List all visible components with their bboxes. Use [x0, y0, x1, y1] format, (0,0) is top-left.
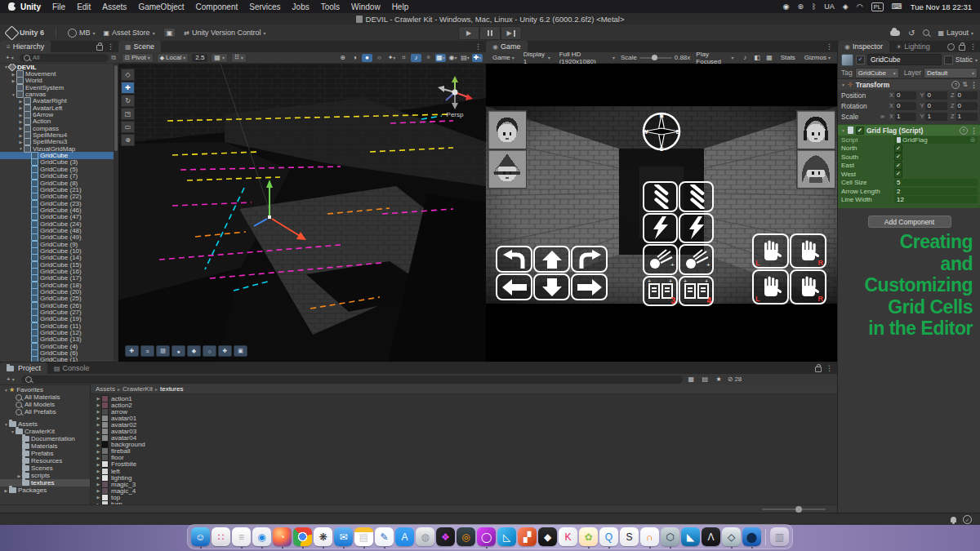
scale-tool[interactable]: ◳ — [121, 108, 135, 120]
component-tools-icon[interactable]: ✚▾ — [472, 54, 483, 62]
foldout-icon[interactable]: ▶ — [18, 99, 24, 104]
bluetooth-icon[interactable]: ᛒ — [812, 2, 816, 11]
foldout-icon[interactable]: ▼ — [11, 92, 16, 97]
foldout-icon[interactable]: ▶ — [96, 475, 101, 480]
file-fireball[interactable]: ▶fireball — [91, 448, 837, 455]
gameobject-name-field[interactable]: GridCube — [867, 54, 942, 65]
dock-shapr-app[interactable]: S — [620, 527, 639, 546]
hand-left-button[interactable]: L — [752, 269, 789, 304]
project-tree-all-models[interactable]: All Models — [0, 401, 90, 408]
move-turn-left-button[interactable] — [496, 246, 532, 273]
avatar-top-left[interactable] — [488, 111, 526, 149]
dock-calculator[interactable]: ∷ — [212, 527, 230, 546]
snap-grid-dropdown[interactable]: ▦▾ — [211, 53, 228, 63]
layer-dropdown[interactable]: Default▾ — [924, 68, 978, 78]
background-task-icon[interactable]: ✓ — [963, 515, 972, 524]
wireframe-icon[interactable]: ○ — [374, 54, 385, 62]
dock-creative-app[interactable]: ✿ — [579, 527, 598, 546]
dock-dark-a-app[interactable]: Λ — [702, 527, 720, 546]
save-search-icon[interactable]: ★ — [714, 375, 724, 384]
dock-text-editor[interactable]: ≡ — [232, 527, 251, 546]
render-mode-icon[interactable]: ⊕ — [337, 54, 348, 62]
open-window-icon[interactable]: ⧉ — [111, 54, 116, 62]
dock-disc-app[interactable]: ⬤ — [742, 527, 761, 546]
foldout-icon[interactable]: ▶ — [96, 415, 101, 420]
file-top[interactable]: ▶top — [91, 494, 837, 500]
tab-game[interactable]: ◉ Game — [486, 41, 528, 52]
file-avatar04[interactable]: ▶avatar04 — [91, 435, 837, 442]
foldout-icon[interactable]: ▼ — [3, 388, 9, 393]
position-y-field[interactable]: 0 — [925, 91, 947, 100]
scale-slider[interactable] — [639, 57, 672, 59]
dock-safari[interactable]: ◉ — [252, 527, 271, 546]
dock-blender[interactable]: ◎ — [457, 527, 475, 546]
menu-assets[interactable]: Assets — [102, 2, 127, 11]
camera-settings-icon[interactable]: ▦▾ — [435, 54, 446, 62]
dock-krita[interactable]: K — [559, 527, 577, 546]
foldout-icon[interactable]: ▶ — [18, 105, 24, 110]
history-icon[interactable]: ↺ — [908, 29, 915, 38]
file-floor[interactable]: ▶floor — [91, 455, 837, 461]
create-button[interactable]: +▾ — [2, 53, 17, 63]
game-target-dropdown[interactable]: Game▾ — [489, 53, 518, 63]
foldout-icon[interactable]: ▶ — [96, 402, 101, 407]
checkbox[interactable]: ✓ — [894, 144, 902, 153]
foldout-icon[interactable]: ▶ — [96, 495, 101, 500]
position-z-field[interactable]: 0 — [956, 91, 978, 100]
foldout-icon[interactable]: ▶ — [18, 113, 24, 118]
audio-toggle-icon[interactable]: ♪ — [411, 54, 421, 62]
dock-final-cut[interactable]: ❖ — [436, 527, 455, 546]
scene-viewport[interactable]: ◇✚↻◳▭⊕ Persp ✚≡▨●◆○✚▣ — [118, 64, 486, 362]
foldout-icon[interactable]: ▶ — [96, 482, 101, 487]
view-hand-tool[interactable]: ◇ — [121, 69, 135, 81]
help-icon[interactable]: ? — [960, 127, 968, 135]
search-by-label-icon[interactable]: ▤ — [700, 375, 710, 384]
project-tree-materials[interactable]: Materials — [0, 442, 90, 450]
property-field[interactable]: 12 — [894, 196, 978, 203]
dock-inkscape[interactable]: ◆ — [538, 527, 557, 546]
menu-services[interactable]: Services — [249, 2, 280, 11]
menu-unity[interactable]: Unity — [20, 2, 41, 11]
avatar-bottom-right[interactable] — [797, 150, 835, 188]
position-x-field[interactable]: 0 — [895, 91, 916, 100]
foldout-icon[interactable]: ▶ — [96, 409, 101, 414]
tab-project[interactable]: Project — [0, 362, 47, 374]
project-search-input[interactable] — [21, 375, 683, 384]
tab-inspector[interactable]: ◉ Inspector — [838, 41, 889, 52]
create-button[interactable]: +▾ — [3, 375, 18, 384]
foldout-icon[interactable]: ▶ — [96, 469, 101, 473]
move-left-button[interactable] — [496, 273, 532, 300]
persp-label[interactable]: Persp — [434, 111, 476, 118]
move-tool[interactable]: ✚ — [121, 82, 135, 94]
color-wheel-icon[interactable]: ⊛ — [797, 2, 804, 11]
spell-slash-button[interactable] — [679, 181, 714, 212]
foldout-icon[interactable]: ▶ — [11, 72, 16, 77]
tab-hierarchy[interactable]: ≡ Hierarchy — [0, 41, 51, 52]
cloud-icon[interactable] — [890, 30, 900, 36]
active-checkbox[interactable]: ✓ — [856, 56, 865, 64]
measure-icon[interactable]: ◆ — [187, 345, 201, 357]
rotation-y-field[interactable]: 0 — [925, 102, 947, 110]
notification-bell-icon[interactable] — [951, 517, 956, 522]
grid-icon[interactable]: ▨ — [156, 345, 170, 357]
dock-audacity[interactable]: ∩ — [640, 527, 659, 546]
file-magic-4[interactable]: ▶magic_4 — [91, 487, 837, 494]
hierarchy-item-6arrow[interactable]: ▶6Arrow — [0, 111, 114, 118]
dock-chrome[interactable] — [293, 527, 312, 546]
panel-menu-icon[interactable]: ⋮ — [826, 42, 833, 51]
gizmos-visibility-icon[interactable]: ◉▾ — [448, 54, 458, 62]
foldout-icon[interactable]: ▶ — [96, 462, 101, 467]
spell-comet-button[interactable]: + — [679, 244, 714, 275]
rotate-tool[interactable]: ↻ — [121, 95, 135, 107]
dock-affinity-publisher[interactable]: ▞ — [518, 527, 537, 546]
tag-dropdown[interactable]: GridCube▾ — [855, 68, 899, 78]
zoom-icon[interactable]: ○ — [203, 345, 216, 357]
object-picker-icon[interactable]: ◎ — [970, 136, 975, 143]
project-tree-documentation[interactable]: Documentation — [0, 435, 90, 442]
panel-menu-icon[interactable]: ⋮ — [826, 364, 833, 372]
tab-scene[interactable]: ▦ Scene — [118, 41, 161, 52]
file-avatar01[interactable]: ▶avatar01 — [91, 415, 837, 421]
dock-unity[interactable]: ◇ — [722, 527, 741, 546]
static-dropdown-icon[interactable]: ▾ — [975, 57, 978, 63]
spell-bolt-button[interactable] — [679, 213, 714, 244]
